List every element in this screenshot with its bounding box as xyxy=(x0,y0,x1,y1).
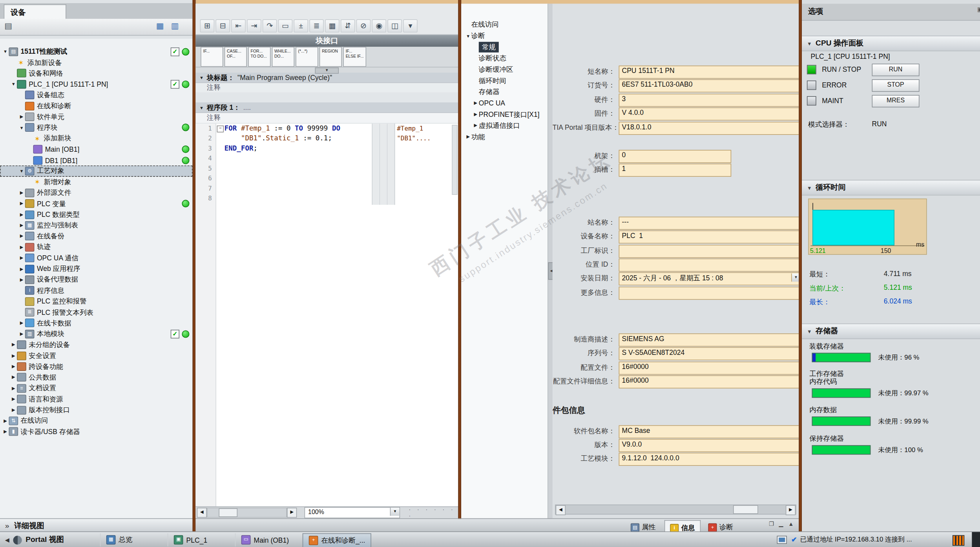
tree-item[interactable]: i程序信息 xyxy=(0,285,192,296)
diag-nav-item[interactable]: 常规 xyxy=(461,41,547,53)
taskbar-task[interactable]: ▦总览 xyxy=(100,533,138,546)
snippet-button[interactable]: REGION xyxy=(319,47,342,67)
chevron-right-icon[interactable]: ▶ xyxy=(18,277,25,282)
field-input[interactable]: 6ES7 511-1TL03-0AB0 xyxy=(619,80,799,93)
taskbar-task[interactable]: ▭Main (OB1) xyxy=(235,533,295,546)
chevron-down-icon[interactable]: ▼ xyxy=(199,75,204,80)
chevron-right-icon[interactable]: ▶ xyxy=(18,201,25,206)
run-button[interactable]: RUN xyxy=(872,64,920,76)
tree-item[interactable]: ▶外部源文件 xyxy=(0,187,192,198)
chevron-right-icon[interactable]: ▶ xyxy=(18,234,25,239)
chevron-right-icon[interactable]: ▶ xyxy=(10,342,17,347)
tree-item[interactable]: ▼⚙工艺对象 xyxy=(0,165,192,176)
tree-item[interactable]: DB1 [DB1] xyxy=(0,155,192,166)
taskbar-task[interactable]: ▣PLC_1 xyxy=(168,533,213,546)
scrollbar-thumb[interactable] xyxy=(219,508,237,517)
field-input[interactable]: MC Base xyxy=(619,425,799,438)
tree-item[interactable]: ▶OPC UA 通信 xyxy=(0,253,192,264)
tree-item[interactable]: ▶PLC 数据类型 xyxy=(0,209,192,220)
sort-filter-icon[interactable]: ▤ xyxy=(4,21,12,31)
checkbox-checked-icon[interactable]: ✓ xyxy=(171,80,179,89)
diag-nav-item[interactable]: ▶虚拟通信接口 xyxy=(461,120,547,131)
goto-icon[interactable]: ↷ xyxy=(263,19,277,32)
tree-item[interactable]: PLC 监控和报警 xyxy=(0,296,192,307)
h-scrollbar[interactable]: ◀ ▶ xyxy=(555,505,796,514)
diag-nav-item[interactable]: ▼诊断 xyxy=(461,30,547,41)
chevron-right-icon[interactable]: ▶ xyxy=(18,256,25,261)
snippet-button[interactable]: IF... xyxy=(201,47,223,67)
tree-item[interactable]: Main [OB1] xyxy=(0,144,192,155)
network-comment[interactable]: 注释 xyxy=(195,113,458,124)
network-header-row[interactable]: ▼ 程序段 1： .... xyxy=(195,102,458,113)
scroll-left-icon[interactable]: ◀ xyxy=(197,508,207,518)
snippet-button[interactable]: IF... ELSE IF... xyxy=(343,47,366,67)
indent-right-icon[interactable]: ⇥ xyxy=(247,19,261,32)
code-line[interactable]: 5 xyxy=(195,164,458,173)
tree-item[interactable]: ▼PLC_1 [CPU 1511T-1 PN]✓ xyxy=(0,79,192,90)
code-line[interactable]: 4 xyxy=(195,154,458,164)
chevron-down-icon[interactable]: ▼ xyxy=(807,185,812,191)
chevron-right-icon[interactable]: ▶ xyxy=(18,212,25,217)
field-input[interactable]: V9.0.0 xyxy=(619,439,799,452)
skip-icon[interactable]: ⊘ xyxy=(356,19,371,32)
tree-item[interactable]: ✶添加新设备 xyxy=(0,57,192,68)
chevron-right-icon[interactable]: ▶ xyxy=(10,353,17,358)
field-input[interactable]: 16#0000 xyxy=(619,362,799,374)
chevron-right-icon[interactable]: ▶ xyxy=(473,112,479,117)
tree-item[interactable]: ✶添加新块 xyxy=(0,133,192,144)
mres-button[interactable]: MRES xyxy=(872,95,920,107)
chevron-right-icon[interactable]: ▶ xyxy=(473,100,479,105)
diag-nav-item[interactable]: 在线访问 xyxy=(461,19,547,30)
chevron-right-icon[interactable]: ▶ xyxy=(10,397,17,402)
monitor-icon[interactable]: ◉ xyxy=(372,19,387,32)
field-input[interactable]: 3 xyxy=(619,94,799,107)
indent-left-icon[interactable]: ⇤ xyxy=(231,19,246,32)
chevron-down-icon[interactable]: ▼ xyxy=(18,125,25,130)
tree-item[interactable]: ▶跨设备功能 xyxy=(0,361,192,372)
field-input[interactable]: 9.1.12.0_124.0.0.0 xyxy=(619,453,799,466)
chevron-right-icon[interactable]: ▶ xyxy=(2,418,9,423)
diag-nav-item[interactable]: 存储器 xyxy=(461,86,547,98)
network-collapse-icon[interactable]: ⊟ xyxy=(215,19,230,32)
chevron-right-icon[interactable]: ▶ xyxy=(18,266,25,271)
fold-collapse-icon[interactable]: − xyxy=(217,125,224,133)
zoom-select[interactable]: 100% ▼ xyxy=(305,507,400,518)
chevron-right-icon[interactable]: ▶ xyxy=(473,123,479,128)
interface-collapse-handle[interactable]: ▼ xyxy=(315,67,339,74)
block-comment[interactable]: 注释 xyxy=(195,83,458,93)
taskbar-task[interactable]: +在线和诊断_... xyxy=(303,533,372,547)
field-input[interactable]: V18.0.1.0 xyxy=(619,122,799,134)
section-memory[interactable]: ▼存储器 xyxy=(802,323,980,339)
tree-item[interactable]: ▶▥本地模块✓ xyxy=(0,329,192,340)
portal-view-button[interactable]: ◀ Portal 视图 xyxy=(0,532,99,547)
chevron-down-icon[interactable]: ▼ xyxy=(465,33,471,38)
snippet-button[interactable]: FOR... TO DO... xyxy=(248,47,270,67)
snippet-button[interactable]: (*...*) xyxy=(296,47,318,67)
status-toggle-icon[interactable]: ⇵ xyxy=(341,19,355,32)
field-input[interactable]: PLC_1 xyxy=(619,231,799,244)
stop-button[interactable]: STOP xyxy=(872,79,920,92)
v-scrollbar[interactable] xyxy=(452,125,457,195)
field-input[interactable]: SIEMENS AG xyxy=(619,334,799,347)
field-input[interactable] xyxy=(619,244,799,257)
section-cpu-operator-panel[interactable]: ▼CPU 操作面板 xyxy=(802,36,980,51)
h-scrollbar[interactable] xyxy=(207,508,287,518)
dropdown-arrow-icon[interactable]: ▼ xyxy=(791,274,799,282)
field-input[interactable]: 2025 - 六月 - 06 ，星期五 15 : 08▼ xyxy=(619,273,799,285)
tree-item[interactable]: ▶⇅在线访问 xyxy=(0,415,192,426)
split-editor-icon[interactable]: ◫ xyxy=(387,19,402,32)
chevron-right-icon[interactable]: ▶ xyxy=(10,386,17,391)
tree-item[interactable]: 设备组态 xyxy=(0,90,192,101)
chevron-right-icon[interactable]: ▶ xyxy=(465,134,471,139)
chevron-right-icon[interactable]: ▶ xyxy=(18,190,25,195)
field-input[interactable]: S V-S5A0EN8T2024 xyxy=(619,347,799,360)
scl-code-area[interactable]: 1−FOR #Temp_1 := 0 TO 99999 DO2 "DB1".St… xyxy=(195,124,458,508)
field-input[interactable]: CPU 1511T-1 PN xyxy=(619,65,799,78)
tree-item[interactable]: ▼程序块 xyxy=(0,122,192,133)
chevron-right-icon[interactable]: ▶ xyxy=(10,364,17,369)
checkbox-checked-icon[interactable]: ✓ xyxy=(171,330,179,338)
chevron-down-icon[interactable]: ▼ xyxy=(199,105,204,109)
dropdown-arrow-icon[interactable]: ▼ xyxy=(390,508,400,516)
insert-comment-icon[interactable]: ▭ xyxy=(278,19,293,32)
field-input[interactable]: V 4.0.0 xyxy=(619,107,799,120)
